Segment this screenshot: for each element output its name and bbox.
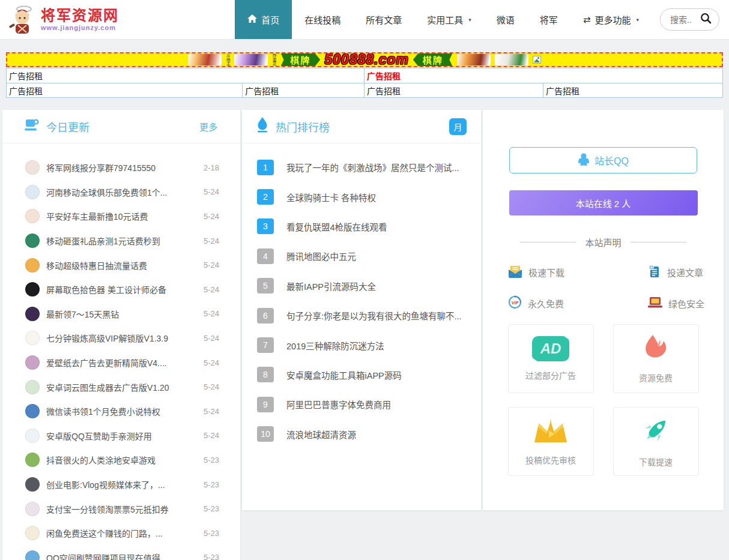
nav-more-functions[interactable]: ⇄ 更多功能▾ [570,0,652,39]
hot-article-row[interactable]: 1 我玩了一年的《刺激战场》居然只是个测试... [257,152,468,182]
today-article-row[interactable]: 抖音很火的人类涂地安卓游戏 5-23 [25,448,219,472]
webmaster-qq-button[interactable]: 站长QQ [509,147,697,173]
casino-banner-ad[interactable]: 斗地主 炸金花 棋牌 500888.com 棋牌 [6,52,723,67]
chevron-down-icon: ▾ [468,17,471,23]
article-date: 5-24 [204,260,219,269]
site-logo[interactable]: 将军资源网 www.jiangjunzy.com [6,4,119,35]
hot-article-row[interactable]: 7 2019三种解除防沉迷方法 [257,330,468,360]
feature-list: 极速下载 投递文章 [508,265,698,311]
document-icon [648,265,661,280]
today-article-row[interactable]: 平安好车主最新撸10元话费 5-24 [25,204,219,229]
hot-article-row[interactable]: 5 最新IAPP引流源码大全 [257,271,468,301]
site-statement-divider: 本站声明 [520,236,686,248]
banner-character-image [457,54,491,65]
nav-jiangjun[interactable]: 将军 [527,0,570,39]
today-article-row[interactable]: 最新领7～15天黑钻 5-24 [25,302,219,327]
article-date: 5-24 [204,358,219,367]
hot-ranking-panel: 热门排行榜 月 1 我玩了一年的《刺激战场》居然只是个测试... 2 全球购骑士… [242,110,481,510]
article-title: 爱壁纸去广告去更新精简版V4.... [46,357,198,369]
coffee-cup-icon [24,118,40,135]
hot-article-row[interactable]: 9 阿里巴巴普惠字体免费商用 [257,390,468,419]
feature-fast-download: 极速下载 [508,265,648,280]
ad-slot[interactable]: 广告招租 [364,83,543,97]
today-article-row[interactable]: 将军网线报分享群797415550 2-18 [25,155,219,180]
today-article-row[interactable]: 河南移动全球俱乐部免费领1个... 5-24 [25,180,219,205]
today-article-row[interactable]: 安卓版QQ互赞助手亲测好用 5-24 [25,424,219,448]
rank-badge: 2 [257,189,274,205]
rank-badge: 6 [257,308,274,324]
rank-badge: 7 [257,337,274,353]
site-url: www.jiangjunzy.com [41,24,119,31]
today-article-row[interactable]: 支付宝一分钱领淘票票5元抵扣券 5-23 [25,496,219,521]
rank-badge: 5 [257,278,274,294]
hot-article-row[interactable]: 8 安卓魔盒功能工具箱iAPP源码 [257,360,468,390]
ad-slot[interactable]: 广告招租 [243,83,364,97]
today-article-row[interactable]: 移动超级特惠日抽流量话费 5-24 [25,253,219,277]
hot-article-title: 流浪地球超清资源 [286,428,356,441]
card-free-resources[interactable]: 资源免费 [613,324,699,393]
ad-slot[interactable]: 广告招租 [7,83,243,97]
today-article-row[interactable]: 闲鱼免费送这个赚钱的门路，... 5-23 [25,521,219,546]
article-thumbnail [25,502,40,516]
article-thumbnail [25,355,40,370]
today-article-row[interactable]: 屏幕取色拾色器 美工设计师必备 5-24 [25,277,219,302]
card-download-boost[interactable]: 下载提速 [613,407,699,476]
article-title: 平安好车主最新撸10元话费 [46,210,198,222]
crown-icon [532,417,569,446]
article-date: 5-24 [204,236,219,245]
hot-article-row[interactable]: 4 腾讯地图必中五元 [257,241,468,271]
online-count-button[interactable]: 本站在线 2 人 [509,190,698,215]
article-thumbnail [25,258,40,272]
article-title: 闲鱼免费送这个赚钱的门路，... [46,527,198,539]
month-filter-button[interactable]: 月 [449,118,467,135]
banner-game-label: 斗地主 [226,53,230,67]
more-link[interactable]: 更多 [199,120,232,133]
envelope-download-icon [508,265,522,280]
article-date: 5-24 [204,334,219,343]
main-nav: 首页 在线投稿 所有文章 实用工具▾ 微语 将军 ⇄ 更多功能▾ [235,0,729,39]
banner-character-image [234,54,268,65]
rank-badge: 4 [257,248,274,264]
ad-slot[interactable]: 广告招租 [543,83,722,97]
mascot-icon [6,4,38,35]
ad-slot-highlighted[interactable]: 广告招租 [364,68,722,83]
nav-all-articles[interactable]: 所有文章 [353,0,414,39]
feature-forever-free: VIP 永久免费 [508,295,648,311]
feature-green-safe: 绿色安全 [648,295,704,311]
nav-tools[interactable]: 实用工具▾ [414,0,484,39]
article-title: 最新领7～15天黑钻 [46,308,198,320]
article-date: 5-24 [204,431,219,440]
nav-home[interactable]: 首页 [235,0,292,39]
search-icon[interactable] [700,13,712,26]
article-thumbnail [25,550,40,560]
today-article-row[interactable]: 爱壁纸去广告去更新精简版V4.... 5-24 [25,351,219,375]
card-ad-filter[interactable]: AD 过滤部分广告 [508,324,594,393]
hot-article-row[interactable]: 6 句子分享:你老是以为我有很大的鱼塘有聊不... [257,301,468,330]
banner-domain: 500888.com [324,52,408,67]
article-date: 5-24 [204,285,219,294]
hot-article-title: 句子分享:你老是以为我有很大的鱼塘有聊不... [286,309,462,322]
article-title: 抖音很火的人类涂地安卓游戏 [46,454,198,466]
today-article-row[interactable]: 七分钟锻炼高级VIP解锁版V1.3.9 5-24 [25,326,219,351]
article-date: 5-23 [204,529,219,538]
search-box[interactable] [660,8,719,31]
today-article-row[interactable]: 创业电影:Vlog视频媒体来了，... 5-23 [25,472,219,497]
article-title: 安卓词云图生成器去广告版V1.20 [46,381,198,393]
today-article-row[interactable]: 安卓词云图生成器去广告版V1.20 5-24 [25,375,219,399]
hot-article-row[interactable]: 2 全球购骑士卡 各种特权 [257,182,468,211]
nav-submit[interactable]: 在线投稿 [292,0,353,39]
today-article-row[interactable]: QQ空间刷赞网赚项目现在值得 5-23 [25,546,219,560]
banner-character-image [188,54,222,65]
card-priority-review[interactable]: 投稿优先审核 [508,407,594,476]
article-title: 创业电影:Vlog视频媒体来了，... [46,478,198,490]
today-article-row[interactable]: 微信读书领1个月免费小说特权 5-24 [25,399,219,424]
today-article-row[interactable]: 移动砸蛋礼品亲测1元话费秒到 5-24 [25,229,219,253]
nav-weiyu[interactable]: 微语 [484,0,527,39]
hot-article-row[interactable]: 10 流浪地球超清资源 [257,420,468,449]
ad-slots-table: 广告招租 广告招租 广告招租 广告招租 广告招租 广告招租 [6,68,723,98]
ad-slot[interactable]: 广告招租 [7,68,364,83]
banner-game-label: 炸金花 [272,53,276,67]
article-title: 支付宝一分钱领淘票票5元抵扣券 [46,503,198,515]
hot-article-row[interactable]: 3 看复仇联盟4枪版在线观看 [257,212,468,241]
search-input[interactable] [670,15,698,25]
